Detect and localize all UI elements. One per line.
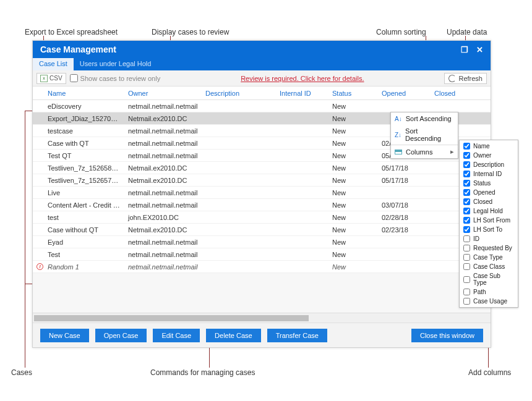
column-picker-checkbox[interactable] (463, 235, 470, 242)
cell-status: New (328, 127, 378, 135)
column-picker-label: LH Sort From (473, 217, 510, 224)
column-picker-item[interactable]: Requested By (460, 243, 518, 253)
tab-users-legal-hold[interactable]: Users under Legal Hold (74, 58, 158, 70)
cell-name: Export_JDiaz_15270218S... (44, 115, 124, 122)
column-picker-label: Description (473, 161, 504, 168)
cell-name: Eyad (44, 238, 124, 246)
column-picker-item[interactable]: Case Usage (460, 297, 518, 306)
column-picker-item[interactable]: Legal Hold (460, 206, 518, 216)
review-required-link[interactable]: Review is required. Click here for detai… (241, 75, 364, 82)
cell-status: New (328, 115, 378, 122)
cell-name: Case with QT (44, 140, 124, 147)
edit-case-button[interactable]: Edit Case (153, 329, 200, 342)
delete-case-button[interactable]: Delete Case (206, 329, 261, 342)
column-picker-checkbox[interactable] (463, 263, 470, 270)
table-row[interactable]: !Random 1netmail.netmail.netmailNew (33, 261, 491, 273)
column-picker-checkbox[interactable] (463, 245, 470, 251)
column-picker-checkbox[interactable] (463, 198, 470, 205)
column-picker-checkbox[interactable] (463, 254, 470, 261)
table-row[interactable]: Content Alert - Credit Ca...netmail.netm… (33, 199, 491, 211)
column-picker-checkbox[interactable] (463, 298, 470, 305)
sort-descending-item[interactable]: Z↓ Sort Descending (391, 125, 458, 145)
column-picker-item[interactable]: LH Sort From (460, 216, 518, 225)
cell-name: eDiscovery (44, 103, 124, 110)
cell-status: New (328, 177, 378, 184)
col-header-status[interactable]: Status (328, 90, 378, 97)
cell-name: Test QT (44, 152, 124, 159)
horizontal-scrollbar[interactable] (33, 313, 491, 323)
review-checkbox-label: Show cases to review only (80, 75, 161, 82)
cell-opened: 05/17/18 (378, 164, 431, 172)
column-picker-checkbox[interactable] (463, 171, 470, 177)
column-picker-checkbox[interactable] (463, 152, 470, 159)
table-row[interactable]: Livenetmail.netmail.netmailNew (33, 187, 491, 199)
column-picker-item[interactable]: Status (460, 179, 518, 188)
col-header-closed[interactable]: Closed (431, 90, 483, 97)
column-picker-checkbox[interactable] (463, 180, 470, 187)
table-row[interactable]: Case without QTNetmail.ex2010.DCNew02/23… (33, 224, 491, 236)
column-picker-item[interactable]: Description (460, 160, 518, 169)
column-picker-label: LH Sort To (473, 226, 502, 233)
open-case-button[interactable]: Open Case (95, 329, 147, 342)
sort-asc-label: Sort Ascending (406, 115, 452, 122)
maximize-icon[interactable]: ❐ (457, 45, 472, 54)
table-row[interactable]: Testliven_7z_1526580160...Netmail.ex2010… (33, 162, 491, 174)
annot-update-data: Update data (447, 28, 487, 36)
col-header-name[interactable]: Name (44, 90, 124, 97)
annot-commands: Commands for managing cases (150, 368, 255, 377)
cell-name: Live (44, 189, 124, 196)
col-header-opened[interactable]: Opened (378, 90, 431, 97)
show-cases-review-checkbox[interactable]: Show cases to review only (70, 74, 161, 82)
column-picker-checkbox[interactable] (463, 217, 470, 224)
col-header-owner[interactable]: Owner (124, 90, 202, 97)
column-picker-item[interactable]: Internal ID (460, 169, 518, 179)
review-checkbox-input[interactable] (70, 74, 78, 82)
column-picker-item[interactable]: Closed (460, 197, 518, 206)
transfer-case-button[interactable]: Transfer Case (267, 329, 327, 342)
cell-opened: 03/07/18 (378, 201, 431, 209)
table-row[interactable]: Testliven_7z_1526579231...Netmail.ex2010… (33, 174, 491, 187)
cell-status: New (328, 263, 378, 271)
column-picker-item[interactable]: Case Type (460, 253, 518, 262)
table-row[interactable]: Eyadnetmail.netmail.netmailNew (33, 236, 491, 248)
column-picker-checkbox[interactable] (463, 143, 470, 150)
column-picker-checkbox[interactable] (463, 161, 470, 168)
scrollbar-thumb[interactable] (34, 315, 309, 321)
col-header-internal-id[interactable]: Internal ID (276, 90, 328, 97)
tab-case-list[interactable]: Case List (33, 58, 74, 70)
column-picker-checkbox[interactable] (463, 189, 470, 196)
cell-owner: Netmail.ex2010.DC (124, 115, 202, 122)
column-picker-label: Case Sub Type (473, 272, 514, 286)
cell-name: Testliven_7z_1526580160... (44, 164, 124, 172)
column-picker-item[interactable]: LH Sort To (460, 225, 518, 234)
export-csv-button[interactable]: x CSV (36, 73, 66, 84)
table-row[interactable]: eDiscoverynetmail.netmail.netmailNew (33, 100, 491, 112)
close-window-button[interactable]: Close this window (411, 329, 483, 342)
table-row[interactable]: Testnetmail.netmail.netmailNew (33, 248, 491, 261)
column-picker-item[interactable]: ID (460, 234, 518, 243)
col-header-description[interactable]: Description (202, 90, 276, 97)
column-sort-menu: A↓ Sort Ascending Z↓ Sort Descending Col… (390, 112, 458, 159)
cell-owner: netmail.netmail.netmail (124, 127, 202, 135)
refresh-label: Refresh (458, 75, 483, 82)
column-picker-item[interactable]: Name (460, 141, 518, 151)
column-picker-item[interactable]: Owner (460, 151, 518, 160)
column-picker-checkbox[interactable] (463, 208, 470, 214)
column-picker-checkbox[interactable] (463, 276, 470, 283)
close-icon[interactable]: ✕ (472, 45, 487, 54)
column-picker-item[interactable]: Opened (460, 188, 518, 197)
column-picker-item[interactable]: Path (460, 287, 518, 297)
submenu-arrow-icon: ▸ (450, 148, 454, 156)
table-row[interactable]: testjohn.EX2010.DCNew02/28/18 (33, 211, 491, 224)
annot-cases: Cases (11, 368, 32, 377)
sort-ascending-item[interactable]: A↓ Sort Ascending (391, 112, 458, 125)
refresh-button[interactable]: Refresh (444, 73, 487, 84)
new-case-button[interactable]: New Case (40, 329, 89, 342)
column-picker-checkbox[interactable] (463, 226, 470, 233)
annot-export: Export to Excel spreadsheet (25, 28, 118, 36)
columns-submenu-item[interactable]: Columns ▸ (391, 145, 458, 158)
column-picker-item[interactable]: Case Sub Type (460, 271, 518, 287)
column-picker-checkbox[interactable] (463, 289, 470, 295)
column-picker-item[interactable]: Case Class (460, 262, 518, 271)
cell-owner: netmail.netmail.netmail (124, 263, 202, 271)
